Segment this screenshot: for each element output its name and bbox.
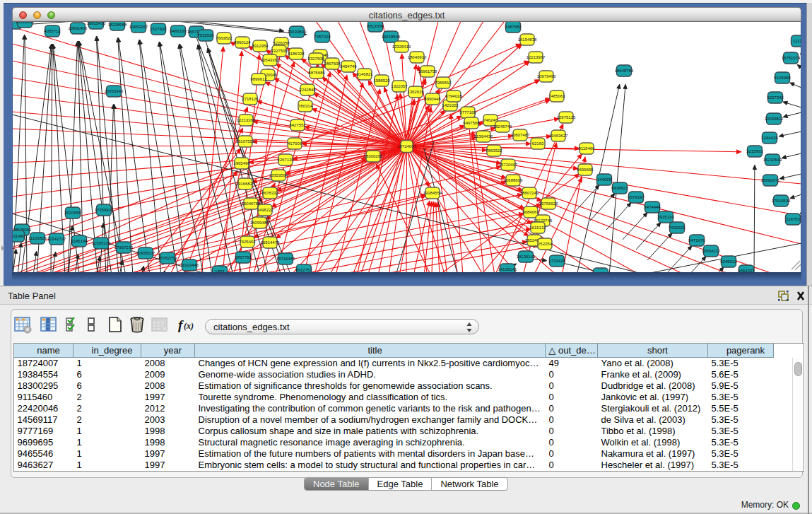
svg-text:8912954: 8912954: [252, 44, 269, 48]
svg-text:8875685: 8875685: [308, 71, 325, 75]
svg-text:11156829: 11156829: [28, 236, 47, 240]
svg-text:10973493: 10973493: [537, 74, 556, 78]
svg-text:9464337: 9464337: [738, 269, 755, 272]
svg-text:19218506: 19218506: [382, 35, 401, 39]
svg-text:9245012: 9245012: [592, 271, 609, 272]
svg-text:7515526: 7515526: [197, 33, 214, 37]
svg-text:2867608: 2867608: [324, 62, 341, 66]
svg-text:9857791: 9857791: [235, 255, 252, 259]
svg-text:2020655: 2020655: [64, 211, 81, 215]
svg-text:19166825: 19166825: [236, 182, 255, 186]
svg-text:12213369: 12213369: [237, 118, 256, 122]
svg-text:4055712: 4055712: [44, 29, 61, 33]
svg-text:13353594: 13353594: [269, 173, 288, 177]
svg-text:7357224: 7357224: [314, 35, 331, 39]
svg-text:10915430: 10915430: [87, 22, 106, 25]
svg-text:2242848: 2242848: [299, 88, 316, 92]
svg-text:7863522: 7863522: [486, 148, 502, 153]
svg-text:8471676: 8471676: [688, 238, 705, 243]
svg-text:12505135: 12505135: [92, 241, 111, 245]
svg-text:8454749: 8454749: [340, 64, 357, 69]
svg-text:10958107: 10958107: [136, 251, 155, 255]
svg-text:1965498: 1965498: [233, 161, 250, 165]
svg-text:7955812: 7955812: [435, 81, 452, 85]
svg-text:16961758: 16961758: [418, 69, 437, 74]
svg-text:8813054: 8813054: [367, 24, 384, 28]
svg-text:6794028: 6794028: [445, 94, 462, 98]
svg-text:1322057: 1322057: [391, 84, 408, 88]
svg-text:1362615: 1362615: [407, 90, 424, 94]
svg-text:16099489: 16099489: [250, 221, 269, 225]
svg-text:15716485: 15716485: [276, 257, 295, 261]
svg-text:7632621: 7632621: [669, 226, 686, 230]
svg-text:16782759: 16782759: [158, 256, 177, 260]
svg-text:(x): (x): [184, 321, 194, 331]
svg-text:3911943: 3911943: [12, 234, 25, 238]
svg-text:11923446: 11923446: [180, 263, 199, 267]
svg-text:16318968: 16318968: [108, 23, 127, 27]
svg-text:12213967: 12213967: [526, 55, 546, 59]
svg-text:17010504: 17010504: [772, 199, 791, 203]
svg-text:6938923: 6938923: [611, 186, 628, 190]
svg-text:12975125: 12975125: [557, 115, 576, 119]
svg-text:10543362: 10543362: [261, 58, 280, 62]
svg-text:2718126: 2718126: [242, 97, 259, 101]
svg-text:417006: 417006: [288, 141, 302, 146]
svg-text:8186328: 8186328: [288, 52, 305, 56]
svg-text:19463627: 19463627: [549, 134, 568, 138]
svg-text:19107553: 19107553: [236, 139, 255, 144]
svg-text:1733426: 1733426: [548, 259, 565, 263]
svg-text:18807249: 18807249: [520, 191, 539, 195]
svg-text:21364436: 21364436: [474, 134, 493, 139]
svg-text:6466160: 6466160: [170, 29, 187, 33]
svg-text:1893: 1893: [215, 269, 225, 272]
svg-text:20053346: 20053346: [105, 89, 124, 93]
svg-text:2935114: 2935114: [658, 215, 675, 219]
svg-text:6579197: 6579197: [628, 195, 645, 199]
svg-text:18245744: 18245744: [493, 124, 512, 129]
svg-text:9327509: 9327509: [271, 49, 288, 53]
svg-text:9327508: 9327508: [307, 57, 324, 61]
svg-text:12093822: 12093822: [765, 117, 784, 121]
svg-text:19756928: 19756928: [539, 201, 558, 206]
svg-text:9245612: 9245612: [720, 259, 737, 264]
svg-text:15720407: 15720407: [499, 163, 518, 167]
svg-text:1421022: 1421022: [442, 103, 459, 107]
svg-text:11172: 11172: [793, 39, 801, 43]
svg-text:10807487: 10807487: [511, 133, 530, 137]
svg-text:18535061: 18535061: [16, 22, 35, 24]
svg-text:1527602: 1527602: [150, 27, 167, 31]
svg-text:20691406: 20691406: [69, 26, 88, 30]
svg-text:f: f: [178, 317, 184, 332]
svg-text:18724007: 18724007: [397, 144, 416, 148]
svg-text:780314: 780314: [298, 104, 313, 108]
svg-text:10688609: 10688609: [504, 178, 523, 182]
svg-text:1145194: 1145194: [71, 239, 88, 243]
svg-text:12342737: 12342737: [47, 237, 66, 241]
svg-text:9777169: 9777169: [459, 110, 476, 115]
svg-text:9899612: 9899612: [250, 77, 267, 81]
svg-text:8427552: 8427552: [289, 123, 306, 127]
svg-text:9084067: 9084067: [522, 210, 539, 214]
svg-text:10653267: 10653267: [129, 25, 148, 29]
svg-text:3267130: 3267130: [277, 158, 294, 162]
svg-text:8678332: 8678332: [261, 191, 278, 195]
svg-text:7485063: 7485063: [548, 94, 565, 98]
svg-text:15751074: 15751074: [782, 56, 801, 60]
svg-text:3498222: 3498222: [257, 208, 273, 212]
svg-text:9227342: 9227342: [767, 95, 784, 100]
svg-text:9699695: 9699695: [577, 168, 594, 172]
svg-text:7625402: 7625402: [239, 240, 256, 244]
svg-text:1244415: 1244415: [761, 136, 778, 140]
svg-text:9129965: 9129965: [774, 76, 791, 80]
svg-text:15692971: 15692971: [761, 178, 780, 182]
svg-text:3215933: 3215933: [746, 149, 763, 153]
svg-text:9115460: 9115460: [579, 146, 596, 151]
svg-text:9474444: 9474444: [644, 205, 661, 209]
svg-text:17957235: 17957235: [114, 245, 134, 250]
svg-text:8990448: 8990448: [424, 97, 441, 101]
svg-text:18640910: 18640910: [408, 55, 427, 59]
svg-text:16210643: 16210643: [763, 158, 782, 162]
svg-text:14136141: 14136141: [517, 255, 536, 259]
svg-text:19384554: 19384554: [423, 191, 442, 195]
